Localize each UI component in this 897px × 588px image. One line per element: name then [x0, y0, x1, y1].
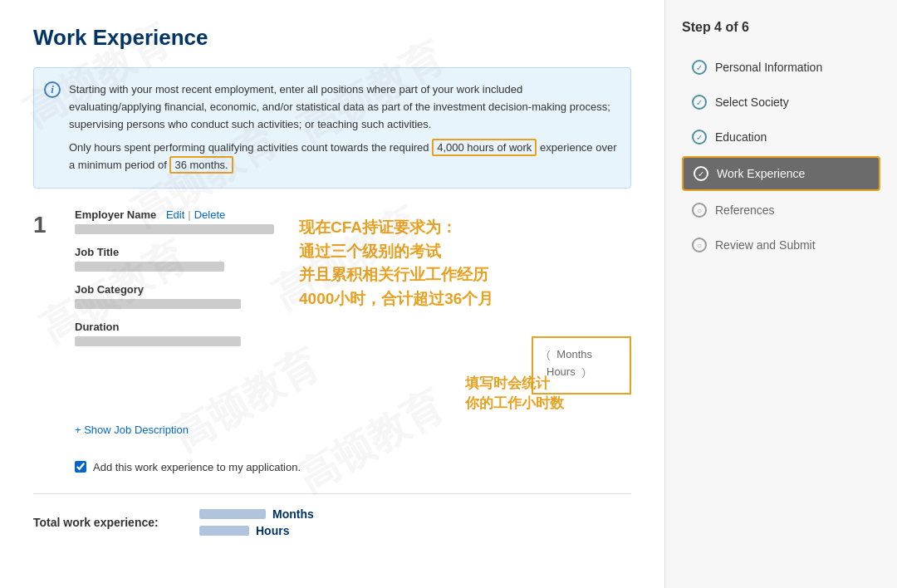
main-content: 高顿教育 高顿教育 高顿教育 高顿教育 高顿教育 高顿教育 高顿教育 Work …	[0, 0, 664, 588]
entry-fields: Employer Name Edit | Delete Job Title Jo…	[75, 208, 631, 406]
total-label: Total work experience:	[33, 516, 183, 529]
duration-label: Duration	[75, 321, 631, 333]
sidebar-label-references: References	[715, 203, 775, 217]
duration-value-bar	[75, 336, 241, 346]
duration-input-box: ( Months Hours )	[532, 336, 631, 394]
check-icon-work: ✓	[694, 166, 708, 181]
total-hours-bar	[199, 526, 249, 536]
total-months-bar	[199, 509, 266, 519]
edit-link[interactable]: Edit	[166, 208, 184, 221]
job-category-label: Job Category	[75, 283, 631, 296]
total-hours-unit: Hours	[256, 524, 289, 537]
employer-name-field: Employer Name Edit | Delete	[75, 208, 631, 234]
sidebar-label-education: Education	[715, 130, 767, 144]
check-icon-society: ✓	[692, 95, 707, 110]
sidebar-label-review: Review and Submit	[715, 238, 816, 252]
step-title: Step 4 of 6	[682, 20, 880, 35]
info-icon: i	[44, 81, 61, 98]
job-category-value-bar	[75, 299, 241, 309]
job-title-value-bar	[75, 262, 224, 272]
check-icon-education: ✓	[692, 130, 707, 145]
job-category-field: Job Category	[75, 283, 631, 309]
add-experience-row: Add this work experience to my applicati…	[75, 461, 631, 473]
info-box: i Starting with your most recent employm…	[33, 67, 631, 189]
add-experience-checkbox[interactable]	[75, 461, 86, 473]
sidebar-label-society: Select Society	[715, 96, 789, 109]
total-months-unit: Months	[272, 507, 314, 521]
check-icon-references: ○	[692, 203, 707, 218]
months-unit: Months	[556, 348, 592, 360]
check-icon-review: ○	[692, 238, 707, 252]
hours-unit: Hours	[547, 365, 576, 378]
info-text-1: Starting with your most recent employmen…	[69, 81, 617, 133]
sidebar: Step 4 of 6 ✓ Personal Information ✓ Sel…	[664, 0, 897, 588]
job-title-label: Job Title	[75, 246, 631, 258]
sidebar-label-work: Work Experience	[717, 167, 805, 180]
add-experience-label: Add this work experience to my applicati…	[93, 461, 301, 473]
sidebar-item-personal-information[interactable]: ✓ Personal Information	[682, 51, 880, 83]
months-highlight: 36 months.	[169, 156, 233, 174]
hours-highlight: 4,000 hours of work	[432, 139, 537, 156]
sidebar-label-personal: Personal Information	[715, 61, 822, 74]
total-section: Total work experience: Months Hours	[33, 493, 631, 537]
sidebar-item-review[interactable]: ○ Review and Submit	[682, 229, 880, 261]
employer-value-bar	[75, 224, 274, 234]
sidebar-item-select-society[interactable]: ✓ Select Society	[682, 86, 880, 118]
show-job-link[interactable]: + Show Job Description	[75, 424, 189, 436]
page-title: Work Experience	[33, 25, 631, 51]
job-title-field: Job Title	[75, 246, 631, 272]
sidebar-item-work-experience[interactable]: ✓ Work Experience	[682, 156, 880, 191]
duration-field: Duration ( Months Hours )	[75, 321, 631, 394]
check-icon-personal: ✓	[692, 60, 707, 75]
entry-section: 1 Employer Name Edit | Delete Job Title	[33, 208, 631, 406]
employer-label: Employer Name	[75, 208, 156, 221]
entry-number: 1	[33, 212, 58, 406]
sidebar-item-education[interactable]: ✓ Education	[682, 121, 880, 153]
sidebar-item-references[interactable]: ○ References	[682, 194, 880, 226]
info-text-2: Only hours spent performing qualifying a…	[69, 140, 617, 174]
delete-link[interactable]: Delete	[194, 208, 226, 221]
